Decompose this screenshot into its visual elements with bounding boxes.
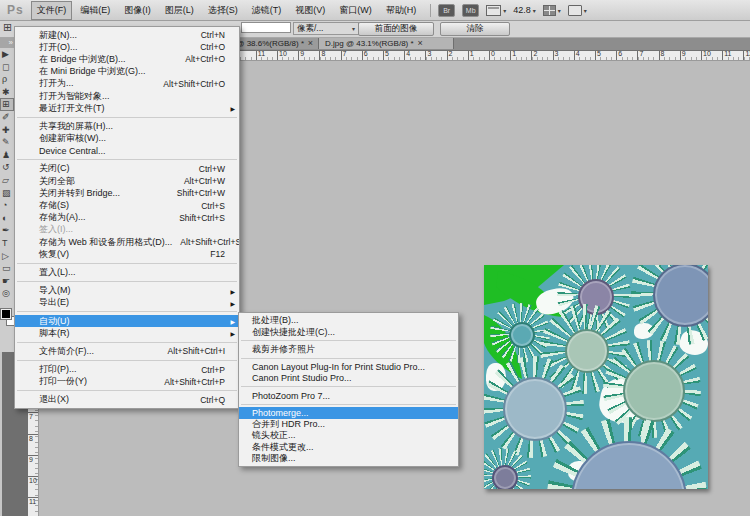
menubar-item[interactable]: 视图(V) [289,1,331,20]
eraser-tool[interactable]: ▱ [0,174,14,187]
document-canvas-image[interactable] [484,265,708,489]
menubar-item[interactable]: 文件(F) [31,1,73,20]
application-bar: Br Mb ▾ 42.8 ▾ ▾ ▾ [438,4,587,17]
dodge-tool[interactable]: ◐ [0,212,14,225]
menubar-item[interactable]: 帮助(H) [380,1,423,20]
quick-select-tool[interactable]: ✱ [0,86,14,99]
history-brush-tool[interactable]: ↺ [0,161,14,174]
auto-submenu-item[interactable]: PhotoZoom Pro 7... [239,390,458,401]
file-menu-item[interactable]: 退出(X)Ctrl+Q [15,394,239,406]
flower [484,448,531,489]
menubar-item[interactable]: 滤镜(T) [246,1,288,20]
launch-mini-bridge-button[interactable]: Mb [462,4,479,17]
file-menu-item[interactable]: 打印(P)...Ctrl+P [15,364,239,376]
file-menu-item[interactable]: 新建(N)...Ctrl+N [15,29,239,41]
menubar-item[interactable]: 选择(S) [202,1,244,20]
ps-logo: Ps [0,3,30,17]
file-menu-item[interactable]: 导出(E)▶ [15,297,239,309]
file-menu-item[interactable]: 关闭并转到 Bridge...Shift+Ctrl+W [15,187,239,199]
file-menu-item[interactable]: 文件简介(F)...Alt+Shift+Ctrl+I [15,345,239,357]
auto-submenu-item[interactable]: 创建快捷批处理(C)... [239,326,458,337]
auto-submenu-item-label: 合并到 HDR Pro... [252,419,325,430]
pen-tool[interactable]: ✒ [0,224,14,237]
file-menu-item[interactable]: 脚本(R)▶ [15,327,239,339]
file-menu-item[interactable]: 创建新审核(W)... [15,133,239,145]
brush-tool[interactable]: ✎ [0,136,14,149]
file-menu-item[interactable]: 存储为 Web 和设备所用格式(D)...Alt+Shift+Ctrl+S [15,236,239,248]
file-menu-item[interactable]: 恢复(V)F12 [15,248,239,260]
file-menu-item[interactable]: 共享我的屏幕(H)... [15,120,239,132]
auto-submenu-item[interactable]: 裁剪并修齐照片 [239,344,458,355]
view-extras-button[interactable]: ▾ [486,5,506,16]
file-menu-item[interactable]: 存储(S)Ctrl+S [15,199,239,211]
file-menu-item[interactable]: Device Central... [15,145,239,157]
auto-submenu-item[interactable]: 镜头校正... [239,430,458,441]
zoom-level-dropdown[interactable]: 42.8 ▾ [513,5,536,15]
file-menu-item[interactable]: 存储为(A)...Shift+Ctrl+S [15,212,239,224]
file-menu-item[interactable]: 打开为智能对象... [15,90,239,102]
auto-submenu-item[interactable]: 限制图像... [239,453,458,464]
auto-submenu-item[interactable]: 批处理(B)... [239,315,458,326]
crop-tool-options-icon: ⊞ [3,21,12,34]
hand-tool[interactable]: ☛ [0,275,14,288]
file-menu-item[interactable]: 在 Bridge 中浏览(B)...Alt+Ctrl+O [15,53,239,65]
launch-bridge-button[interactable]: Br [438,4,455,17]
menubar-item[interactable]: 编辑(E) [74,1,116,20]
file-menu-item[interactable]: 在 Mini Bridge 中浏览(G)... [15,66,239,78]
ruler-label: 11 [724,50,731,57]
clear-button[interactable]: 清除 [440,22,510,36]
tools-panel-header[interactable]: » [0,38,14,48]
menubar-item[interactable]: 图像(I) [118,1,157,20]
arrange-documents-button[interactable]: ▾ [543,5,561,16]
auto-submenu-item[interactable]: 条件模式更改... [239,442,458,453]
file-menu-item[interactable]: 关闭(C)Ctrl+W [15,163,239,175]
file-menu-item[interactable]: 最近打开文件(T)▶ [15,102,239,114]
file-menu-panel: 新建(N)...Ctrl+N打开(O)...Ctrl+O在 Bridge 中浏览… [14,26,240,409]
shape-tool[interactable]: ▭ [0,262,14,275]
foreground-color-swatch[interactable] [1,309,11,319]
ruler-label: 3 [555,50,559,57]
tab-close-icon[interactable]: × [306,39,315,48]
tab-close-icon[interactable]: × [416,39,425,48]
file-menu-item[interactable]: 自动(U)▶ [15,315,239,327]
path-select-tool[interactable]: ▷ [0,250,14,263]
auto-submenu-item[interactable]: Photomerge... [239,407,458,418]
blur-tool[interactable]: ◔ [0,199,14,212]
ruler-tick [489,50,490,60]
file-menu-item[interactable]: 打开(O)...Ctrl+O [15,41,239,53]
auto-submenu-item[interactable]: Canon Layout Plug-In for Print Studio Pr… [239,361,458,372]
eyedropper-tool[interactable]: ✐ [0,111,14,124]
file-menu-item-label: 共享我的屏幕(H)... [39,120,113,132]
screen-mode-button[interactable]: ▾ [568,5,587,16]
ruler-label: 6 [618,50,622,57]
type-tool[interactable]: T [0,237,14,250]
gradient-tool[interactable]: ▨ [0,187,14,200]
resolution-unit-dropdown[interactable]: 像素/... ▾ [293,22,359,35]
file-menu-item[interactable]: 置入(L)... [15,266,239,278]
crop-width-field[interactable] [241,22,291,33]
move-tool[interactable]: ▶ [0,48,14,61]
submenu-arrow-icon: ▶ [230,105,235,112]
menubar-item[interactable]: 图层(L) [159,1,200,20]
crop-tool[interactable]: ⊞ [0,98,14,111]
healing-brush-tool[interactable]: ✚ [0,124,14,137]
menubar-item[interactable]: 窗口(W) [333,1,378,20]
file-menu-item[interactable]: 关闭全部Alt+Ctrl+W [15,175,239,187]
ruler-label: 2 [533,50,537,57]
auto-submenu-item-label: Canon Layout Plug-In for Print Studio Pr… [252,362,425,372]
marquee-tool[interactable]: ◻ [0,61,14,74]
auto-submenu-item-label: 裁剪并修齐照片 [252,344,315,355]
auto-submenu-item[interactable]: Canon Print Studio Pro... [239,373,458,384]
file-menu-item[interactable]: 打印一份(Y)Alt+Shift+Ctrl+P [15,376,239,388]
file-menu-item[interactable]: 打开为...Alt+Shift+Ctrl+O [15,78,239,90]
front-image-button[interactable]: 前面的图像 [358,22,434,36]
zoom-tool[interactable]: ◎ [0,287,14,300]
auto-submenu-item[interactable]: 合并到 HDR Pro... [239,419,458,430]
file-menu-item[interactable]: 导入(M)▶ [15,285,239,297]
file-menu-item-label: 关闭并转到 Bridge... [39,187,120,199]
document-tab[interactable]: D.jpg @ 43.1%(RGB/8) *× [318,37,454,49]
file-menu-item-shortcut: Ctrl+S [193,201,225,211]
clone-stamp-tool[interactable]: ♟ [0,149,14,162]
lasso-tool[interactable]: ρ [0,73,14,86]
chevron-down-icon: ▾ [352,25,355,32]
